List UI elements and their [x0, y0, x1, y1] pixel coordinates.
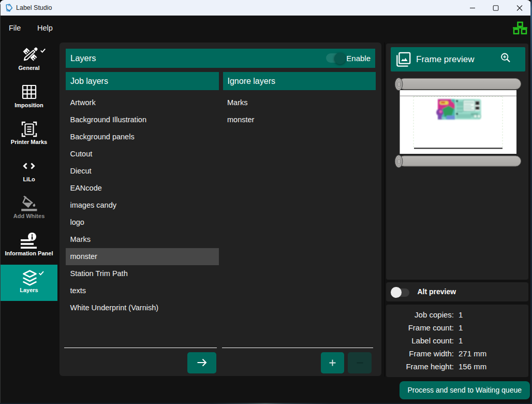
svg-text:500g: 500g	[441, 117, 446, 119]
